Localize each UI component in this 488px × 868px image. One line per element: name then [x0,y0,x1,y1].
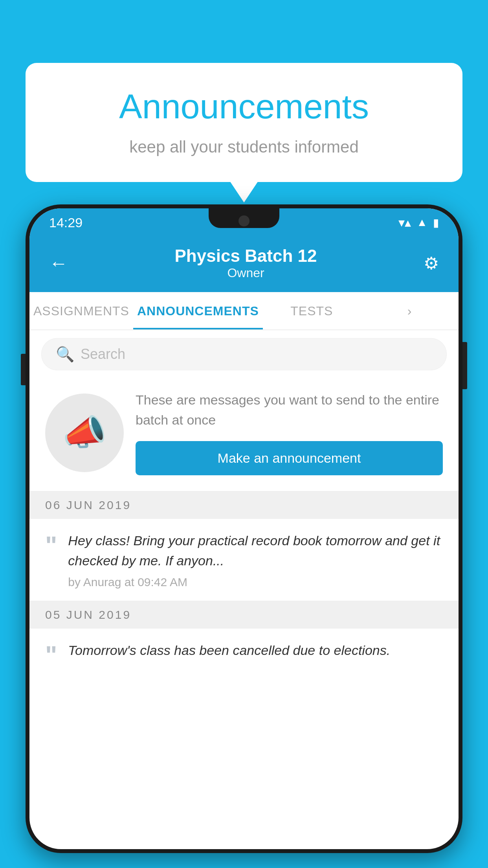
phone-container: 14:29 ▾▴ ▲ ▮ ← Physics Batch 12 Owner ⚙ … [26,204,462,868]
announcement-text-1: Hey class! Bring your practical record b… [68,531,443,571]
announcement-text-2: Tomorrow's class has been cancelled due … [68,640,443,660]
phone-frame: 14:29 ▾▴ ▲ ▮ ← Physics Batch 12 Owner ⚙ … [26,204,462,853]
header-title-block: Physics Batch 12 Owner [175,246,317,280]
back-button[interactable]: ← [49,252,68,274]
tab-tests[interactable]: TESTS [263,292,361,329]
search-container: 🔍 Search [29,330,459,378]
status-icons: ▾▴ ▲ ▮ [398,215,439,230]
announcement-author-1: by Anurag at 09:42 AM [68,576,443,589]
batch-owner-label: Owner [175,266,317,280]
tab-assignments[interactable]: ASSIGNMENTS [29,292,133,329]
promo-description: These are messages you want to send to t… [136,390,443,430]
speech-bubble: Announcements keep all your students inf… [26,63,462,182]
quote-icon-2: " [45,643,57,668]
announcement-item-1[interactable]: " Hey class! Bring your practical record… [29,519,459,601]
phone-side-button-right [462,342,467,389]
speech-bubble-subtitle: keep all your students informed [53,138,435,156]
signal-icon: ▲ [416,216,427,229]
date-label-1: 06 JUN 2019 [45,498,131,512]
date-separator-1: 06 JUN 2019 [29,491,459,519]
announcement-item-2[interactable]: " Tomorrow's class has been cancelled du… [29,629,459,680]
search-placeholder: Search [81,346,125,362]
quote-icon-1: " [45,533,57,558]
status-time: 14:29 [49,215,83,230]
app-header: ← Physics Batch 12 Owner ⚙ [29,237,459,292]
announcement-content-1: Hey class! Bring your practical record b… [68,531,443,589]
make-announcement-button[interactable]: Make an announcement [136,441,443,475]
promo-block: 📣 These are messages you want to send to… [29,378,459,491]
battery-icon: ▮ [433,216,439,229]
tab-more[interactable]: › [361,292,459,329]
phone-camera [238,215,250,226]
speech-bubble-title: Announcements [53,86,435,127]
search-icon: 🔍 [56,346,74,363]
date-label-2: 05 JUN 2019 [45,608,131,622]
settings-button[interactable]: ⚙ [424,253,439,273]
tab-announcements[interactable]: ANNOUNCEMENTS [133,292,263,329]
tabs-bar: ASSIGNMENTS ANNOUNCEMENTS TESTS › [29,292,459,330]
wifi-icon: ▾▴ [398,215,411,230]
phone-side-button-left [21,354,26,385]
promo-icon-circle: 📣 [45,394,124,472]
batch-title: Physics Batch 12 [175,246,317,266]
search-bar[interactable]: 🔍 Search [41,338,447,370]
speech-bubble-container: Announcements keep all your students inf… [26,63,462,182]
date-separator-2: 05 JUN 2019 [29,601,459,629]
phone-notch [209,208,279,228]
megaphone-icon: 📣 [62,412,106,453]
promo-content: These are messages you want to send to t… [136,390,443,475]
announcement-content-2: Tomorrow's class has been cancelled due … [68,640,443,665]
phone-screen: 14:29 ▾▴ ▲ ▮ ← Physics Batch 12 Owner ⚙ … [29,208,459,849]
